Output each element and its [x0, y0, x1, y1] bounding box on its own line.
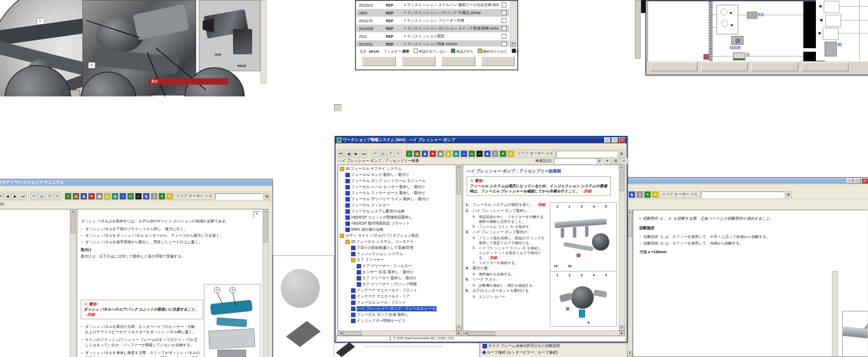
notes-icon[interactable]: ⊞ [785, 191, 792, 198]
search-button[interactable]: ≡ [620, 158, 628, 164]
customer-icon[interactable]: ♟ [421, 150, 428, 157]
list-item[interactable] [0, 231, 70, 238]
フィルタ-button[interactable] [402, 56, 436, 66]
nav-next-icon[interactable]: ▶ [12, 193, 19, 200]
close-button[interactable]: × [619, 137, 625, 143]
vehicle-icon[interactable]: ⌁ [476, 150, 483, 157]
tree-item[interactable]: ハイ プレッシャー ポンプ・フューエル レール [339, 306, 456, 312]
image-icon[interactable]: ▣ [437, 150, 444, 157]
minimize-button[interactable]: – [847, 178, 853, 184]
tree-item[interactable]: フューエル フィルター [339, 202, 456, 208]
tree-item[interactable]: エア クリーナー 取外し・取付け [339, 275, 456, 281]
list-item[interactable] [0, 264, 70, 270]
tree-item[interactable]: インジェクション システム [339, 251, 456, 257]
search-button[interactable]: ▾ [604, 158, 611, 164]
image-icon[interactable]: ▣ [96, 193, 103, 200]
text-tool-icon[interactable]: T [387, 150, 394, 157]
repair-order-input[interactable] [701, 192, 784, 198]
repair-order-input[interactable] [556, 151, 617, 157]
tree-item[interactable]: フューエル ポンプ 右側 取外し [339, 312, 456, 318]
repair-order-input[interactable] [215, 193, 263, 200]
vehicle-icon[interactable]: ⌁ [135, 193, 142, 200]
maximize-button[interactable]: □ [612, 137, 618, 143]
edit-icon[interactable]: ✎ [54, 193, 61, 200]
search-input[interactable]: ▼ [554, 158, 602, 164]
tree-item[interactable]: エア クリーナー - フィルター [339, 263, 456, 269]
table-row[interactable]: 2811170 REP トランスミッション ブリーダー交換 [356, 17, 509, 25]
tools-icon[interactable]: ✦ [644, 191, 651, 198]
list-item[interactable] [0, 296, 70, 303]
table-row[interactable]: 2810009 REP トランスミッション ポジション スイッチ取替/調整 pi… [356, 25, 509, 33]
nav-prev-icon[interactable]: ◀ [345, 150, 352, 157]
warning-list-icon[interactable]: ▲ [445, 150, 452, 157]
tree-item[interactable]: フューエル レール - フロント [339, 300, 456, 306]
save-icon[interactable]: ▪ [460, 150, 467, 157]
list-item[interactable] [0, 221, 70, 228]
tree-item[interactable]: フューエル タンク 取外し・取付け [339, 172, 456, 178]
favorites-icon[interactable]: ♥ [88, 193, 95, 200]
tree-item[interactable]: フューエル システム配管の点検 [339, 208, 456, 215]
list-item[interactable] [0, 303, 70, 309]
tree-view-icon[interactable]: ⌗ [65, 193, 72, 200]
title-bar[interactable]: ボディ ワークショップ マニュアル [0, 179, 272, 186]
detail-link[interactable]: →詳細 [84, 312, 95, 317]
list-item[interactable] [0, 277, 70, 283]
document-icon[interactable]: ▯ [151, 193, 158, 200]
tree-item[interactable]: ABS/ESP ユニットの関連部品取外し [339, 215, 456, 221]
undo-icon[interactable]: ↶ [30, 193, 37, 200]
link-icon[interactable]: ∞ [468, 150, 475, 157]
tools-icon[interactable]: ✦ [158, 193, 165, 200]
close-button[interactable]: × [861, 178, 868, 184]
list-item[interactable] [0, 270, 70, 277]
list-item[interactable] [0, 309, 70, 316]
tree-item[interactable]: フューエル ポンプ コントロール モジュール [339, 178, 456, 184]
warning-list-icon[interactable]: ▲ [104, 193, 111, 200]
tree-item[interactable]: 28 フューエル サプライ システム [339, 166, 456, 172]
tree-item[interactable]: エア クリーナー [339, 257, 456, 263]
pin-icon[interactable]: ✎ [253, 211, 260, 218]
tree-view-icon[interactable]: ⌗ [406, 150, 413, 157]
list-item[interactable] [0, 316, 70, 322]
target-icon[interactable]: ◎ [38, 193, 45, 200]
row-checkbox[interactable] [502, 34, 506, 39]
row-checkbox[interactable] [502, 26, 506, 31]
maximize-button[interactable]: □ [854, 178, 861, 184]
document-icon[interactable]: ▯ [636, 191, 643, 198]
notes-icon[interactable]: ⊞ [618, 150, 625, 157]
document-pane[interactable]: • 切断箇所 -1-、-2- を切断する際、正規パーツとの切断箇所が適合すること… [633, 210, 868, 357]
list-item[interactable] [0, 244, 70, 251]
minimize-button[interactable]: – [604, 137, 611, 143]
nav-next-icon[interactable]: ▶ [353, 150, 360, 157]
detail-link[interactable]: →詳細 [535, 202, 546, 207]
row-checkbox[interactable] [502, 42, 506, 46]
toc-scrollbar[interactable]: ▲▼ [456, 165, 462, 331]
nav-last-icon[interactable]: ⏭ [20, 193, 26, 200]
procedure-scrollbar[interactable]: ▲▼ [619, 165, 625, 331]
nav-first-icon[interactable]: ⏮ [337, 150, 344, 157]
notes-icon[interactable]: ⊞ [263, 193, 270, 200]
undo-icon[interactable]: ↶ [372, 150, 378, 157]
target-icon[interactable]: ◎ [379, 150, 386, 157]
document-icon[interactable]: ▯ [492, 150, 499, 157]
procedure-pane[interactable]: ハイ プレッシャー ポンプ：アッセンブリー脱着順 ⚠警告! フューエル システム… [463, 165, 620, 331]
table-row[interactable]: 2811912 REP トランスミッション オイルパン 後部ロール仕込交換 (M… [356, 1, 509, 9]
fuel-rail-illustration[interactable]: 12345 15 18 [550, 202, 617, 272]
list-item[interactable] [0, 290, 70, 296]
globe-icon[interactable]: ◍ [112, 193, 118, 200]
group-icon[interactable]: ♞ [143, 193, 150, 200]
tree-item[interactable]: 28 フューエル システム、コンタクト [339, 239, 456, 245]
list-item[interactable] [0, 283, 70, 290]
manual-book-icon[interactable]: ▤ [72, 193, 79, 200]
tree-item[interactable]: エア クリーナー ハウジング関係 [339, 281, 456, 288]
toc-tree-pane[interactable]: 28 フューエル サプライ システム フューエル タンク 取外し・取付け フュー… [338, 165, 457, 331]
manual-book-icon[interactable]: ▤ [414, 150, 421, 157]
tree-item[interactable]: サイド フレーム全体の許可された切断箇所 [483, 343, 626, 349]
search-button[interactable]: ⊞ [612, 158, 619, 164]
lamp-icon[interactable]: ✶ [507, 150, 514, 157]
detail-link[interactable]: →詳細 [487, 256, 498, 260]
tree-item[interactable]: インテーク マニホールド - リア [339, 294, 456, 300]
tree-item[interactable]: ルーフ接続 (センターピラー、ルーフ接続) [483, 349, 626, 356]
document-pane[interactable]: ✎ ダッシュ パネル上を取外すには、モデル別のサービス ポジションの知識が必要で… [77, 209, 263, 357]
tree-item[interactable]: フューエル デリバリー ライン 取外し・取付け [339, 196, 456, 202]
list-item[interactable] [0, 322, 70, 329]
